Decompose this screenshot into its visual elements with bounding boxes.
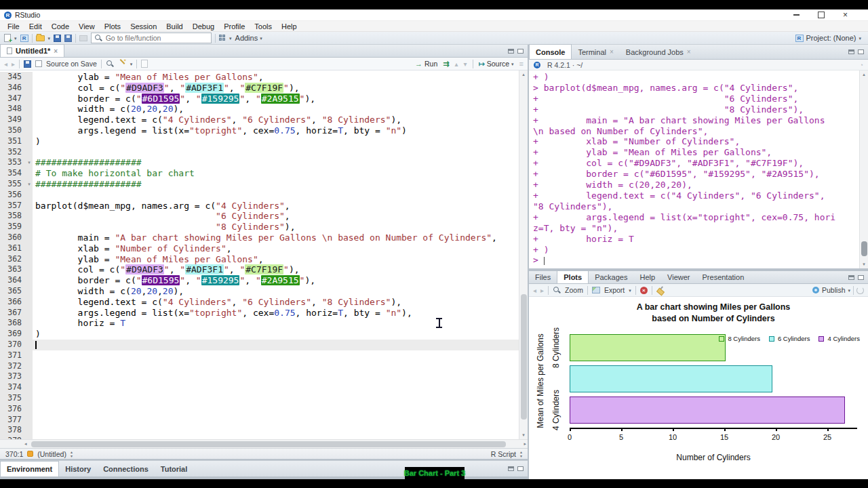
code-line[interactable]: 372 bbox=[0, 361, 519, 372]
previous-plot-icon[interactable]: ◂ bbox=[533, 287, 536, 294]
save-all-icon[interactable] bbox=[64, 35, 72, 42]
close-window-icon[interactable]: × bbox=[843, 12, 848, 18]
tab-viewer[interactable]: Viewer bbox=[661, 271, 696, 283]
fold-icon[interactable]: ▾ bbox=[26, 179, 33, 190]
code-line[interactable]: 353▾#################### bbox=[0, 157, 519, 168]
code-line[interactable]: 378 bbox=[0, 425, 519, 436]
menu-tools[interactable]: Tools bbox=[250, 21, 277, 32]
code-tools-caret-icon[interactable]: ▾ bbox=[130, 62, 133, 66]
code-line[interactable]: 371 bbox=[0, 350, 519, 361]
scroll-left-icon[interactable]: ◂ bbox=[24, 441, 27, 447]
tab-history[interactable]: History bbox=[59, 462, 97, 476]
tab-untitled1[interactable]: Untitled1* × bbox=[0, 44, 64, 57]
new-project-icon[interactable]: R bbox=[20, 35, 28, 42]
code-line[interactable]: 352 bbox=[0, 147, 519, 158]
close-tab-icon[interactable]: × bbox=[687, 48, 691, 56]
new-file-caret-icon[interactable]: ▾ bbox=[14, 36, 17, 41]
menu-session[interactable]: Session bbox=[125, 21, 161, 32]
editor-horizontal-scrollbar[interactable]: ◂ ▸ bbox=[0, 439, 528, 448]
menu-debug[interactable]: Debug bbox=[188, 21, 219, 32]
code-area[interactable]: 345 ylab = "Mean of Miles per Gallons",3… bbox=[0, 70, 528, 439]
panes-grid-icon[interactable] bbox=[219, 35, 226, 41]
tab-help[interactable]: Help bbox=[633, 271, 661, 283]
goto-file-box[interactable] bbox=[91, 33, 212, 43]
code-line[interactable]: 363 col = c("#D9ADF3", "#ADF3F1", "#C7F1… bbox=[0, 264, 519, 275]
scroll-thumb[interactable] bbox=[31, 441, 506, 447]
file-type-switch-icon[interactable]: ▴▾ bbox=[520, 450, 522, 458]
panes-caret-icon[interactable]: ▾ bbox=[229, 36, 232, 41]
refresh-plot-icon[interactable] bbox=[856, 287, 864, 294]
scroll-thumb[interactable] bbox=[521, 294, 527, 420]
tab-console[interactable]: Console bbox=[529, 44, 572, 59]
save-icon[interactable] bbox=[24, 60, 31, 68]
close-tab-icon[interactable]: × bbox=[610, 48, 614, 56]
back-icon[interactable]: ◂ bbox=[4, 60, 7, 68]
tab-connections[interactable]: Connections bbox=[97, 462, 155, 476]
run-up-icon[interactable]: ▴ bbox=[455, 60, 458, 68]
maximize-pane-icon[interactable] bbox=[517, 466, 524, 471]
code-line[interactable]: 348 width = c(20,20,20), bbox=[0, 104, 519, 115]
code-line[interactable]: 356 bbox=[0, 190, 519, 201]
goto-file-input[interactable] bbox=[104, 33, 208, 43]
addins-button[interactable]: Addins ▾ bbox=[235, 34, 262, 42]
code-line[interactable]: 362 ylab = "Mean of Miles per Gallons", bbox=[0, 254, 519, 265]
project-button[interactable]: R Project: (None) ▾ bbox=[795, 34, 865, 42]
code-line[interactable]: 366 legend.text = c("4 Cylinders", "6 Cy… bbox=[0, 297, 519, 308]
close-tab-icon[interactable]: × bbox=[54, 47, 58, 55]
tab-presentation[interactable]: Presentation bbox=[696, 271, 751, 283]
save-icon[interactable] bbox=[54, 35, 61, 42]
maximize-pane-icon[interactable] bbox=[858, 49, 864, 54]
editor-vertical-scrollbar[interactable]: ▴ ▾ bbox=[519, 70, 528, 439]
console-scrollbar[interactable]: ▴ ▾ bbox=[859, 70, 868, 268]
export-button[interactable]: Export bbox=[604, 286, 625, 294]
next-plot-icon[interactable]: ▸ bbox=[540, 287, 544, 294]
code-line[interactable]: 357barplot(d$mean_mpg, names.arg = c("4 … bbox=[0, 201, 519, 211]
scroll-thumb[interactable] bbox=[861, 241, 867, 256]
maximize-window-icon[interactable] bbox=[818, 12, 825, 18]
minimize-pane-icon[interactable] bbox=[508, 49, 514, 54]
code-line[interactable]: 369) bbox=[0, 329, 519, 340]
remove-plot-icon[interactable]: × bbox=[640, 287, 648, 294]
rerun-icon[interactable]: ⇉ bbox=[443, 60, 449, 68]
tab-tutorial[interactable]: Tutorial bbox=[155, 462, 194, 476]
code-line[interactable]: 349 legend.text = c("4 Cylinders", "6 Cy… bbox=[0, 115, 519, 125]
code-line[interactable]: 354# To make horizontal bar chart bbox=[0, 168, 519, 179]
scroll-down-icon[interactable]: ▾ bbox=[860, 262, 868, 267]
code-line[interactable]: 360 main = "A bar chart showing Miles pe… bbox=[0, 232, 519, 243]
compile-report-icon[interactable] bbox=[141, 60, 148, 68]
tab-background-jobs[interactable]: Background Jobs× bbox=[620, 45, 697, 59]
tab-terminal[interactable]: Terminal× bbox=[572, 45, 619, 59]
minimize-pane-icon[interactable] bbox=[508, 466, 514, 471]
scroll-down-icon[interactable]: ▾ bbox=[519, 432, 528, 438]
publish-caret-icon[interactable]: ▾ bbox=[848, 288, 850, 293]
menu-view[interactable]: View bbox=[74, 21, 100, 32]
console-output[interactable]: + )> barplot(d$mean_mpg, names.arg = c("… bbox=[529, 70, 859, 268]
tab-packages[interactable]: Packages bbox=[589, 271, 633, 283]
tab-plots[interactable]: Plots bbox=[557, 270, 589, 283]
open-file-caret-icon[interactable]: ▾ bbox=[48, 36, 51, 41]
code-line[interactable]: 351) bbox=[0, 136, 519, 147]
minimize-pane-icon[interactable] bbox=[848, 275, 854, 280]
scroll-right-icon[interactable]: ▸ bbox=[524, 441, 526, 447]
tab-files[interactable]: Files bbox=[529, 271, 557, 283]
code-line[interactable]: 377 bbox=[0, 415, 519, 426]
code-line[interactable]: 365 width = c(20,20,20), bbox=[0, 286, 519, 297]
code-tools-icon[interactable] bbox=[118, 60, 126, 68]
find-replace-icon[interactable] bbox=[106, 60, 114, 68]
code-line[interactable]: 376 bbox=[0, 404, 519, 415]
run-button[interactable]: → Run bbox=[415, 60, 437, 68]
code-line[interactable]: 375 bbox=[0, 393, 519, 404]
maximize-pane-icon[interactable] bbox=[517, 49, 524, 54]
code-line[interactable]: 373 bbox=[0, 371, 519, 382]
code-line[interactable]: 361 xlab = "Number of Cylinders", bbox=[0, 243, 519, 254]
code-line[interactable]: 347 border = c("#6D1595", "#159295", "#2… bbox=[0, 94, 519, 104]
menu-file[interactable]: File bbox=[3, 21, 24, 32]
scroll-up-icon[interactable]: ▴ bbox=[519, 72, 528, 77]
run-down-icon[interactable]: ▾ bbox=[464, 60, 467, 68]
export-caret-icon[interactable]: ▾ bbox=[629, 288, 631, 293]
menu-profile[interactable]: Profile bbox=[219, 21, 250, 32]
zoom-button[interactable]: Zoom bbox=[565, 286, 583, 294]
scroll-up-icon[interactable]: ▴ bbox=[860, 72, 868, 77]
fold-icon[interactable]: ▾ bbox=[26, 157, 33, 168]
maximize-pane-icon[interactable] bbox=[858, 275, 864, 280]
